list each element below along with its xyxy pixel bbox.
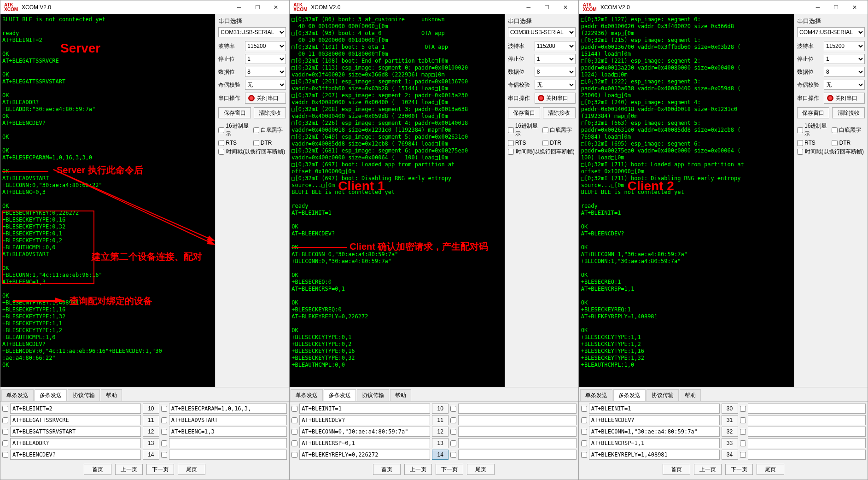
send-command-input[interactable]	[589, 404, 720, 414]
pager-button[interactable]: 上一页	[404, 464, 432, 475]
send-row-checkbox[interactable]	[2, 452, 8, 458]
send-command-input-right[interactable]	[169, 404, 287, 414]
clear-recv-button[interactable]: 清除接收	[832, 107, 865, 118]
send-command-input-right[interactable]	[458, 450, 576, 460]
send-command-input[interactable]	[299, 427, 430, 437]
send-command-input-right[interactable]	[748, 427, 866, 437]
maximize-icon[interactable]: ☐	[248, 2, 267, 13]
hex-display-checkbox[interactable]	[508, 127, 514, 133]
baud-select[interactable]: 115200	[245, 41, 286, 51]
send-command-input-right[interactable]	[458, 415, 576, 425]
send-command-input[interactable]	[10, 438, 141, 448]
timestamp-checkbox[interactable]	[508, 149, 514, 155]
tab-0[interactable]: 单条发送	[1, 389, 34, 401]
tab-0[interactable]: 单条发送	[291, 389, 323, 401]
send-command-input[interactable]	[299, 415, 430, 425]
send-command-input-right[interactable]	[458, 404, 576, 414]
terminal-output[interactable]: BLUFI BLE is not conntected yet ready AT…	[0, 14, 215, 387]
com-port-select[interactable]: COM38:USB-SERIAL	[508, 27, 576, 37]
pager-button[interactable]: 首页	[663, 464, 690, 475]
close-icon[interactable]: ✕	[556, 2, 575, 13]
data-select[interactable]: 8	[824, 67, 865, 77]
send-row-checkbox[interactable]	[581, 440, 587, 446]
send-row-checkbox[interactable]	[291, 429, 297, 435]
tab-2[interactable]: 协议传输	[647, 389, 679, 401]
baud-select[interactable]: 115200	[824, 41, 865, 51]
maximize-icon[interactable]: ☐	[827, 2, 845, 13]
send-num-button[interactable]: 34	[722, 450, 738, 460]
stop-select[interactable]: 1	[535, 54, 576, 64]
tab-2[interactable]: 协议传输	[68, 389, 100, 401]
send-command-input-right[interactable]	[748, 404, 866, 414]
save-window-button[interactable]: 保存窗口	[797, 107, 830, 118]
tab-1[interactable]: 多条发送	[35, 389, 67, 401]
send-row-checkbox[interactable]	[581, 417, 587, 423]
dtr-checkbox[interactable]	[253, 140, 259, 146]
send-command-input-right[interactable]	[458, 438, 576, 448]
send-command-input[interactable]	[10, 427, 141, 437]
send-num-button[interactable]: 11	[432, 415, 449, 425]
send-row-right-checkbox[interactable]	[450, 429, 456, 435]
send-command-input-right[interactable]	[169, 438, 287, 448]
timestamp-checkbox[interactable]	[797, 149, 803, 155]
send-row-checkbox[interactable]	[581, 452, 587, 458]
send-num-button[interactable]: 12	[432, 427, 449, 437]
terminal-output[interactable]: □[0;32mI (127) esp_image: segment 0: pad…	[579, 14, 794, 387]
send-row-checkbox[interactable]	[291, 452, 297, 458]
send-row-right-checkbox[interactable]	[740, 452, 746, 458]
white-bg-checkbox[interactable]	[542, 127, 548, 133]
send-command-input-right[interactable]	[169, 427, 287, 437]
send-command-input[interactable]	[10, 450, 141, 460]
send-num-button[interactable]: 13	[143, 438, 159, 448]
com-port-select[interactable]: COM31:USB-SERIAL	[218, 27, 286, 37]
save-window-button[interactable]: 保存窗口	[508, 107, 541, 118]
send-row-checkbox[interactable]	[291, 440, 297, 446]
send-num-button[interactable]: 11	[143, 415, 159, 425]
send-row-checkbox[interactable]	[581, 406, 587, 412]
send-row-checkbox[interactable]	[2, 440, 8, 446]
parity-select[interactable]: 无	[824, 80, 865, 90]
send-command-input-right[interactable]	[169, 450, 287, 460]
send-row-right-checkbox[interactable]	[161, 452, 167, 458]
send-command-input-right[interactable]	[169, 415, 287, 425]
pager-button[interactable]: 上一页	[115, 464, 143, 475]
send-num-button[interactable]: 32	[722, 427, 738, 437]
send-command-input[interactable]	[299, 438, 430, 448]
hex-display-checkbox[interactable]	[797, 127, 803, 133]
maximize-icon[interactable]: ☐	[538, 2, 556, 13]
send-command-input[interactable]	[299, 404, 430, 414]
send-num-button[interactable]: 10	[432, 404, 449, 414]
pager-button[interactable]: 首页	[373, 464, 401, 475]
pager-button[interactable]: 尾页	[467, 464, 495, 475]
minimize-icon[interactable]: ─	[230, 2, 248, 13]
send-command-input[interactable]	[589, 415, 720, 425]
send-row-right-checkbox[interactable]	[161, 417, 167, 423]
stop-select[interactable]: 1	[824, 54, 865, 64]
send-row-right-checkbox[interactable]	[740, 417, 746, 423]
send-row-checkbox[interactable]	[2, 429, 8, 435]
send-num-button[interactable]: 10	[143, 404, 159, 414]
tab-3[interactable]: 帮助	[390, 389, 411, 401]
send-command-input[interactable]	[589, 438, 720, 448]
timestamp-checkbox[interactable]	[218, 149, 224, 155]
send-num-button[interactable]: 30	[722, 404, 738, 414]
send-command-input[interactable]	[589, 427, 720, 437]
send-row-right-checkbox[interactable]	[740, 429, 746, 435]
send-row-checkbox[interactable]	[2, 406, 8, 412]
send-row-checkbox[interactable]	[581, 429, 587, 435]
send-row-right-checkbox[interactable]	[161, 429, 167, 435]
close-icon[interactable]: ✕	[267, 2, 285, 13]
pager-button[interactable]: 上一页	[694, 464, 722, 475]
rts-checkbox[interactable]	[218, 140, 224, 146]
send-row-right-checkbox[interactable]	[161, 406, 167, 412]
send-row-right-checkbox[interactable]	[450, 406, 456, 412]
parity-select[interactable]: 无	[245, 80, 286, 90]
send-command-input[interactable]	[10, 415, 141, 425]
serial-toggle-button[interactable]: 关闭串口	[824, 93, 865, 104]
pager-button[interactable]: 下一页	[436, 464, 463, 475]
pager-button[interactable]: 尾页	[757, 464, 784, 475]
com-port-select[interactable]: COM47:USB-SERIAL	[797, 27, 865, 37]
send-command-input[interactable]	[10, 404, 141, 414]
send-row-right-checkbox[interactable]	[450, 417, 456, 423]
send-row-checkbox[interactable]	[291, 406, 297, 412]
